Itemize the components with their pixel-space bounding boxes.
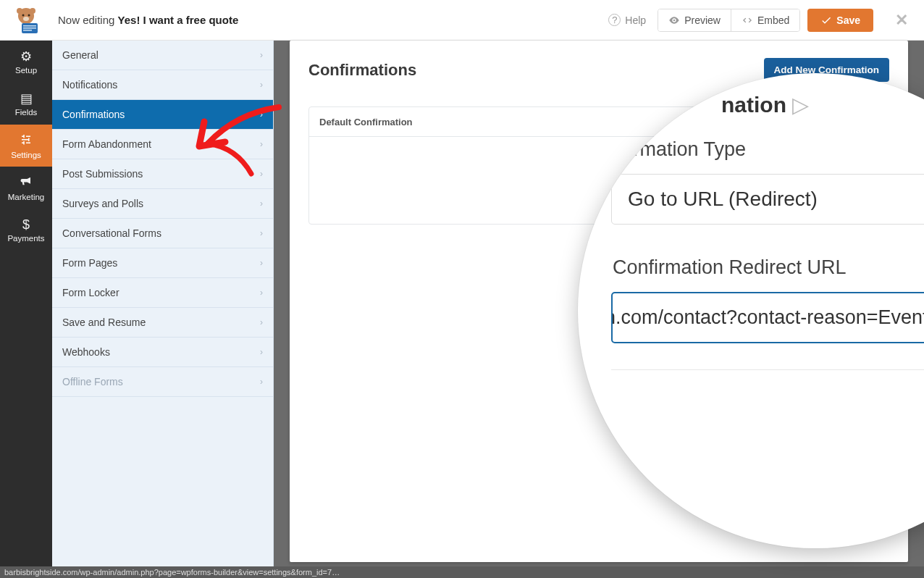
chevron-right-icon: › — [260, 347, 263, 357]
chevron-right-icon: › — [260, 169, 263, 179]
nav-marketing[interactable]: Marketing — [0, 167, 52, 209]
nav-settings-label: Settings — [11, 151, 41, 159]
close-button[interactable]: ✕ — [891, 11, 912, 30]
confirmation-type-label: nfirmation Type — [613, 138, 924, 161]
svg-rect-9 — [23, 30, 32, 31]
left-nav: ⚙ Setup ▤ Fields Settings Marketing $ — [0, 41, 52, 578]
nav-fields-label: Fields — [15, 108, 38, 117]
code-icon — [742, 14, 753, 26]
subnav-abandonment[interactable]: Form Abandonment› — [52, 130, 273, 159]
help-label: Help — [625, 14, 646, 26]
divider — [611, 369, 924, 370]
status-bar: barbisbrightside.com/wp-admin/admin.php?… — [0, 566, 924, 578]
bullhorn-icon — [19, 175, 33, 191]
preview-button[interactable]: Preview — [658, 9, 731, 31]
editing-title: Now editing Yes! I want a free quote — [58, 14, 238, 26]
settings-subnav: General› Notifications› Confirmations› F… — [52, 41, 274, 578]
svg-point-4 — [28, 14, 30, 16]
nav-payments[interactable]: $ Payments — [0, 209, 52, 251]
chevron-right-icon: › — [260, 80, 263, 90]
nav-setup[interactable]: ⚙ Setup — [0, 41, 52, 83]
svg-point-2 — [30, 8, 35, 14]
help-icon: ? — [608, 14, 621, 26]
help-button[interactable]: ? Help — [608, 14, 646, 26]
subnav-offline[interactable]: Offline Forms› — [52, 367, 273, 397]
confirmation-type-select[interactable]: Go to URL (Redirect) — [611, 174, 924, 225]
nav-setup-label: Setup — [15, 66, 37, 75]
subnav-post-submissions[interactable]: Post Submissions› — [52, 159, 273, 189]
check-icon — [820, 14, 832, 26]
nav-fields[interactable]: ▤ Fields — [0, 83, 52, 125]
subnav-surveys[interactable]: Surveys and Polls› — [52, 189, 273, 219]
confirmation-block-title: Default Confirmation — [319, 117, 413, 127]
list-icon: ▤ — [20, 91, 33, 106]
confirmation-url-label: Confirmation Redirect URL — [613, 256, 924, 279]
preview-embed-group: Preview Embed — [658, 9, 800, 32]
topbar: Now editing Yes! I want a free quote ? H… — [0, 0, 924, 41]
confirmation-url-input[interactable]: ain.com/contact?contact-reason=Events%20 — [611, 292, 924, 343]
svg-point-5 — [23, 17, 29, 21]
preview-label: Preview — [684, 14, 721, 26]
chevron-right-icon: › — [260, 317, 263, 327]
panel-title: Confirmations — [308, 61, 416, 80]
main-area: Confirmations Add New Confirmation Defau… — [274, 41, 924, 578]
nav-payments-label: Payments — [7, 234, 44, 243]
subnav-webhooks[interactable]: Webhooks› — [52, 338, 273, 367]
eye-icon — [668, 14, 680, 26]
subnav-form-locker[interactable]: Form Locker› — [52, 278, 273, 308]
chevron-right-icon: › — [260, 109, 263, 120]
nav-marketing-label: Marketing — [8, 193, 45, 201]
save-label: Save — [836, 14, 860, 26]
gear-icon: ⚙ — [20, 49, 32, 64]
embed-button[interactable]: Embed — [731, 9, 799, 31]
chevron-right-icon: › — [260, 139, 263, 149]
embed-label: Embed — [757, 14, 789, 26]
chevron-right-icon: › — [260, 198, 263, 209]
subnav-confirmations[interactable]: Confirmations› — [52, 100, 273, 130]
save-button[interactable]: Save — [807, 9, 873, 32]
top-tools: ? Help Preview Embed Save ✕ — [608, 9, 912, 32]
subnav-general[interactable]: General› — [52, 41, 273, 70]
svg-rect-7 — [23, 25, 36, 27]
sliders-icon — [19, 133, 33, 149]
app-logo — [12, 6, 41, 35]
svg-point-3 — [22, 14, 25, 16]
svg-point-1 — [17, 8, 22, 14]
chevron-right-icon: › — [260, 377, 263, 387]
chevron-right-icon: › — [260, 288, 263, 298]
subnav-save-resume[interactable]: Save and Resume› — [52, 308, 273, 338]
chevron-right-icon: › — [260, 228, 263, 238]
nav-settings[interactable]: Settings — [0, 125, 52, 167]
dollar-icon: $ — [22, 217, 30, 233]
subnav-conversational[interactable]: Conversational Forms› — [52, 219, 273, 248]
svg-rect-8 — [23, 28, 36, 29]
subnav-notifications[interactable]: Notifications› — [52, 70, 273, 100]
subnav-form-pages[interactable]: Form Pages› — [52, 248, 273, 278]
chevron-right-icon: › — [260, 258, 263, 268]
chevron-right-icon: › — [260, 50, 263, 60]
